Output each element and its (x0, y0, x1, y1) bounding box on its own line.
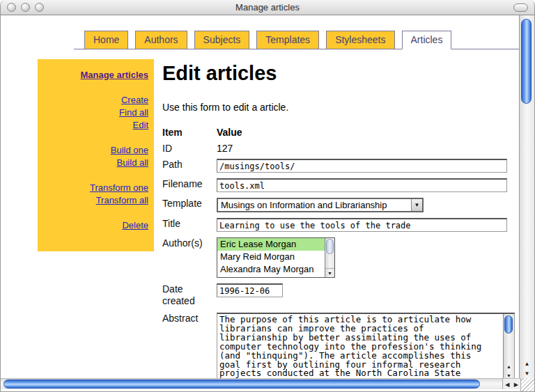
window-title: Manage articles (1, 2, 534, 13)
abstract-scrollbar[interactable]: ▲ ▼ (503, 314, 514, 378)
abstract-scroll-down-icon[interactable]: ▼ (504, 371, 514, 378)
title-label: Title (162, 217, 217, 232)
authors-listbox[interactable]: Eric Lease Morgan Mary Reid Morgan Alexa… (217, 237, 335, 278)
filename-row: Filename (162, 177, 507, 192)
abstract-textarea[interactable]: The purpose of this article is to articu… (217, 313, 515, 378)
window-bottom-bar: ◀ ▶ (1, 378, 534, 392)
filename-label: Filename (162, 177, 217, 192)
path-row: Path (162, 157, 507, 173)
page-content: Home Authors Subjects Templates Styleshe… (1, 15, 519, 378)
id-label: ID (162, 141, 217, 155)
scroll-down-icon[interactable]: ▼ (520, 368, 534, 378)
path-input[interactable] (217, 159, 507, 173)
tab-stylesheets[interactable]: Stylesheets (326, 31, 394, 49)
app-window: Manage articles Home Authors Subjects Te… (0, 0, 535, 392)
author-option[interactable]: Alexandra May Morgan (217, 263, 325, 276)
template-select-value: Musings on Information and Librarianship (218, 200, 411, 210)
windowshade-button[interactable] (513, 3, 528, 12)
tab-bar: Home Authors Subjects Templates Styleshe… (74, 31, 519, 49)
abstract-label: Abstract (162, 311, 217, 378)
scroll-up-icon[interactable]: ▲ (520, 359, 534, 368)
page-title: Edit articles (162, 59, 507, 85)
table-header-row: Item Value (162, 125, 507, 139)
title-input[interactable] (217, 218, 507, 232)
date-created-row: Date created (162, 282, 507, 307)
template-label: Template (162, 196, 217, 212)
abstract-scrollbar-thumb[interactable] (504, 315, 513, 334)
sidebar-group: Create Find all Edit (43, 94, 148, 132)
tab-articles[interactable]: Articles (402, 31, 452, 49)
sidebar-link-build-all[interactable]: Build all (43, 157, 148, 169)
date-created-label: Date created (162, 282, 217, 307)
author-option[interactable]: Mary Reid Morgan (217, 251, 325, 263)
id-value: 127 (217, 141, 507, 155)
tab-subjects[interactable]: Subjects (194, 31, 250, 49)
horizontal-scrollbar-thumb[interactable] (3, 379, 480, 389)
edit-form: Item Value ID 127 Path (162, 125, 507, 378)
template-row: Template Musings on Information and Libr… (162, 196, 507, 212)
resize-grip[interactable] (520, 378, 534, 392)
column-header-value: Value (217, 125, 507, 139)
sidebar-link-manage-articles[interactable]: Manage articles (43, 69, 148, 81)
template-select[interactable]: Musings on Information and Librarianship… (217, 198, 424, 212)
authors-options: Eric Lease Morgan Mary Reid Morgan Alexa… (217, 238, 325, 277)
main-panel: Edit articles Use this form to edit a ar… (162, 59, 507, 378)
dropdown-arrow-icon[interactable]: ▼ (411, 199, 422, 211)
horizontal-scrollbar[interactable] (1, 378, 502, 389)
authors-scrollbar[interactable]: ▼ (325, 238, 334, 277)
tab-authors[interactable]: Authors (135, 31, 187, 49)
sidebar-link-find-all[interactable]: Find all (43, 107, 148, 119)
tab-home[interactable]: Home (84, 31, 128, 49)
titlebar[interactable]: Manage articles (1, 0, 534, 15)
authors-label: Author(s) (162, 236, 217, 278)
filename-input[interactable] (217, 178, 507, 192)
scroll-right-icon[interactable]: ▶ (512, 379, 521, 390)
sidebar-link-transform-all[interactable]: Transform all (43, 194, 148, 207)
abstract-scroll-up-icon[interactable]: ▲ (504, 362, 514, 371)
sidebar: Manage articles Create Find all Edit Bui… (38, 59, 154, 251)
sidebar-link-delete[interactable]: Delete (43, 219, 148, 232)
scroll-left-icon[interactable]: ◀ (503, 379, 512, 390)
column-header-item: Item (162, 125, 217, 139)
sidebar-link-build-one[interactable]: Build one (43, 144, 148, 157)
vertical-scrollbar[interactable]: ▲ ▼ (519, 15, 534, 378)
authors-row: Author(s) Eric Lease Morgan Mary Reid Mo… (162, 236, 507, 278)
sidebar-link-create[interactable]: Create (43, 94, 148, 107)
abstract-scroll-arrows: ▲ ▼ (504, 362, 514, 378)
id-row: ID 127 (162, 141, 507, 155)
author-option-selected[interactable]: Eric Lease Morgan (217, 238, 325, 251)
abstract-row: Abstract The purpose of this article is … (162, 311, 507, 378)
vertical-scrollbar-thumb[interactable] (521, 19, 532, 104)
authors-scrollbar-thumb[interactable] (326, 239, 334, 254)
date-created-input[interactable] (217, 283, 283, 297)
title-row: Title (162, 217, 507, 232)
intro-text: Use this form to edit a article. (162, 102, 507, 113)
sidebar-link-transform-one[interactable]: Transform one (43, 182, 148, 194)
path-label: Path (162, 157, 217, 173)
authors-scroll-down-icon[interactable]: ▼ (325, 268, 334, 277)
tab-templates[interactable]: Templates (256, 31, 319, 49)
horizontal-scroll-arrows: ◀ ▶ (502, 378, 520, 389)
sidebar-group: Delete (43, 219, 148, 232)
sidebar-group: Transform one Transform all (43, 182, 148, 207)
vertical-scroll-arrows: ▲ ▼ (520, 359, 534, 378)
abstract-text: The purpose of this article is to articu… (217, 314, 503, 378)
sidebar-group: Build one Build all (43, 144, 148, 169)
sidebar-link-edit[interactable]: Edit (43, 119, 148, 132)
